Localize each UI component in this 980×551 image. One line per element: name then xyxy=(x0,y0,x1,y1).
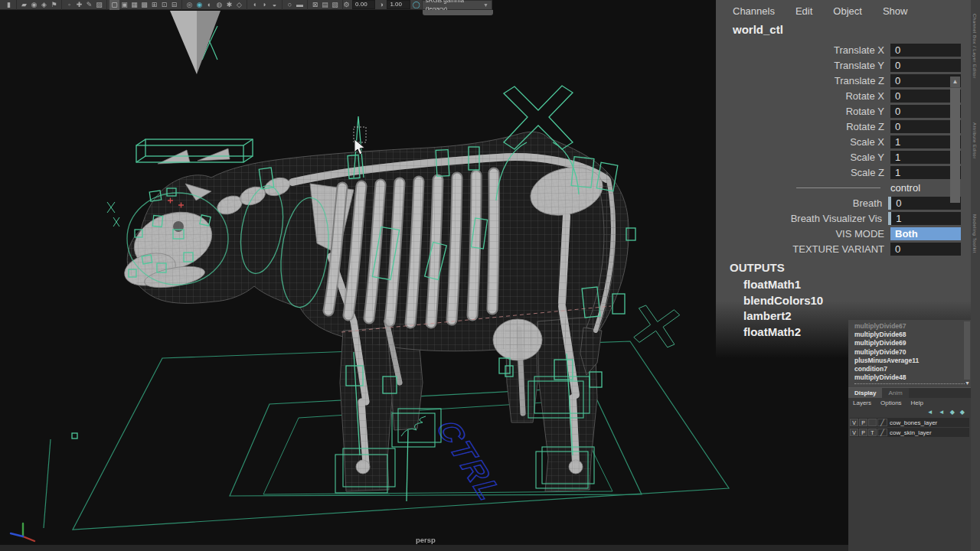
tumble-tool-icon[interactable]: ◦ xyxy=(64,0,74,10)
move-layer-down-icon[interactable]: ◄ xyxy=(939,409,945,416)
sidebar-tab-attribute-editor[interactable]: Attribute Editor xyxy=(972,122,977,159)
node-list-item[interactable]: condition7 xyxy=(848,365,971,373)
layer-row[interactable]: V P T ╱ cow_skin_layer xyxy=(850,428,969,437)
channel-value-field[interactable]: 0 xyxy=(890,243,961,256)
layer-row[interactable]: V P ╱ cow_bones_layer xyxy=(850,418,969,427)
camera-lock-icon[interactable]: ◈ xyxy=(39,0,49,10)
layer-color-swatch[interactable]: ╱ xyxy=(877,419,887,426)
contrast-icon[interactable]: ◑ xyxy=(377,0,384,10)
ground-ctrl-text[interactable]: CTRL xyxy=(428,419,511,504)
menu-options[interactable]: Options xyxy=(880,399,902,406)
node-list-item[interactable]: multiplyDivide48 xyxy=(848,373,971,382)
resolution-gate-icon[interactable]: ⊞ xyxy=(149,0,159,10)
lighted-icon[interactable]: ▩ xyxy=(139,0,149,10)
channel-row: TEXTURE VARIANT 0 xyxy=(716,241,961,256)
node-list-item[interactable]: multiplyDivide68 xyxy=(848,331,971,339)
isolate-select-icon[interactable]: ○ xyxy=(285,0,295,10)
panel-grip-icon[interactable]: ▮ xyxy=(4,0,14,10)
panel-toolbar: ▮ ▰ ◉ ◈ ⚑ ◦ ✚ ✎ ▨ ▢ ▣ ▦ ▩ ⊞ ⊡ ⊟ ◎ ◉ ◐ ◍ xyxy=(0,0,492,10)
channel-box-scrollbar[interactable]: ▲ xyxy=(950,77,960,203)
tab-anim[interactable]: Anim xyxy=(882,388,908,398)
field-chart-icon[interactable]: ▬ xyxy=(295,0,305,10)
channel-label: Translate X xyxy=(716,44,890,56)
node-output-list: multiplyDivide67 multiplyDivide68 multip… xyxy=(848,320,971,388)
menu-layers[interactable]: Layers xyxy=(853,399,871,406)
channel-value-field[interactable]: 0 xyxy=(890,44,961,57)
output-node[interactable]: blendColors10 xyxy=(743,293,823,309)
bookmark-icon[interactable]: ⚑ xyxy=(49,0,59,10)
gamma-field[interactable]: 1.00 xyxy=(387,0,410,9)
shadows-icon[interactable]: ◒ xyxy=(270,0,279,10)
xray-icon[interactable]: ✱ xyxy=(224,0,234,10)
node-list-item[interactable]: plusMinusAverage11 xyxy=(848,357,971,365)
node-list-scrollbar[interactable] xyxy=(964,321,970,380)
view-transform-dropdown[interactable]: sRGB gamma (legacy) ▼ xyxy=(422,0,492,10)
sidebar-tab-channel-box[interactable]: Channel Box / Layer Editor xyxy=(972,14,977,79)
color-management-icon[interactable]: ◯ xyxy=(413,0,420,10)
panel-menu-collapse-tab[interactable] xyxy=(423,10,493,15)
scroll-down-icon[interactable]: ▼ xyxy=(965,380,970,386)
textured-icon[interactable]: ▦ xyxy=(129,0,139,10)
create-layer-from-selected-icon[interactable]: ◆ xyxy=(960,409,965,416)
channel-row: Translate Y 0 xyxy=(716,57,961,73)
copy-icon[interactable]: ⊠ xyxy=(310,0,320,10)
dolly-tool-icon[interactable]: ✚ xyxy=(74,0,84,10)
channel-value-field[interactable]: 0 xyxy=(890,59,961,72)
layer-name[interactable]: cow_skin_layer xyxy=(890,429,932,436)
tab-display[interactable]: Display xyxy=(848,388,882,398)
exposure-field[interactable]: 0.00 xyxy=(352,0,375,9)
exposure-icon[interactable]: ⚙ xyxy=(343,0,350,10)
down-arrow-cone[interactable] xyxy=(170,11,220,74)
node-list-item[interactable]: multiplyDivide67 xyxy=(848,322,971,331)
layer-playback-toggle[interactable]: P xyxy=(859,419,867,426)
menu-object[interactable]: Object xyxy=(833,5,862,17)
layer-display-type-toggle[interactable] xyxy=(868,419,877,426)
vis-mode-field[interactable]: Both xyxy=(890,227,961,240)
layer-playback-toggle[interactable]: P xyxy=(859,429,867,436)
shading-ball-icon[interactable]: ◎ xyxy=(185,0,194,10)
channel-label: Rotate Y xyxy=(716,106,890,117)
wireframe-on-shaded-icon[interactable]: ◉ xyxy=(194,0,204,10)
scrollbar-thumb[interactable] xyxy=(950,88,960,203)
layer-name[interactable]: cow_bones_layer xyxy=(890,419,937,426)
layer-display-type-toggle[interactable]: T xyxy=(868,429,877,436)
output-node[interactable]: floatMath2 xyxy=(743,324,823,341)
sidebar-tab-modeling-toolkit[interactable]: Modeling Toolkit xyxy=(972,214,977,253)
layer-visibility-toggle[interactable]: V xyxy=(850,429,858,436)
camera-settings-icon[interactable]: ◉ xyxy=(29,0,39,10)
snapshot-icon[interactable]: ▧ xyxy=(330,0,340,10)
all-lights-icon[interactable]: ◗ xyxy=(260,0,270,10)
snap-draw-icon[interactable]: ▨ xyxy=(94,0,104,10)
menu-help[interactable]: Help xyxy=(911,399,923,406)
output-node[interactable]: floatMath1 xyxy=(743,277,823,293)
menu-show[interactable]: Show xyxy=(883,5,908,17)
xray-joints-icon[interactable]: ◇ xyxy=(234,0,244,10)
menu-channels[interactable]: Channels xyxy=(733,5,775,17)
node-list-item[interactable]: multiplyDivide69 xyxy=(848,339,971,347)
channel-row: Translate Z 0 xyxy=(716,73,961,88)
shaded-icon[interactable]: ▣ xyxy=(119,0,129,10)
default-light-icon[interactable]: ◖ xyxy=(250,0,260,10)
selected-node-name[interactable]: world_ctl xyxy=(716,20,971,39)
paste-icon[interactable]: ▤ xyxy=(320,0,330,10)
wireframe-icon[interactable]: ▢ xyxy=(109,0,119,10)
create-empty-layer-icon[interactable]: ◆ xyxy=(950,409,955,416)
layer-visibility-toggle[interactable]: V xyxy=(850,419,858,426)
smooth-shade-icon[interactable]: ◐ xyxy=(204,0,214,10)
output-node[interactable]: lambert2 xyxy=(743,308,823,324)
channel-value-field[interactable]: 1 xyxy=(888,212,961,225)
video-camera-icon[interactable]: ▰ xyxy=(19,0,29,10)
node-list-item[interactable]: multiplyDivide70 xyxy=(848,348,971,357)
gate-mask-icon[interactable]: ⊟ xyxy=(169,0,179,10)
flat-shade-icon[interactable]: ◍ xyxy=(214,0,224,10)
layer-color-swatch[interactable]: ╱ xyxy=(877,429,887,436)
scroll-up-icon[interactable]: ▲ xyxy=(950,77,960,87)
move-layer-up-icon[interactable]: ◄ xyxy=(927,409,933,416)
film-gate-icon[interactable]: ⊡ xyxy=(159,0,169,10)
menu-edit[interactable]: Edit xyxy=(795,5,812,17)
shape-node-name[interactable]: control xyxy=(890,182,920,194)
channel-row: Scale Y 1 xyxy=(716,149,961,165)
camera-label: persp xyxy=(416,536,436,544)
channel-box-menu: Channels Edit Object Show xyxy=(716,0,971,20)
grease-pencil-icon[interactable]: ✎ xyxy=(84,0,94,10)
